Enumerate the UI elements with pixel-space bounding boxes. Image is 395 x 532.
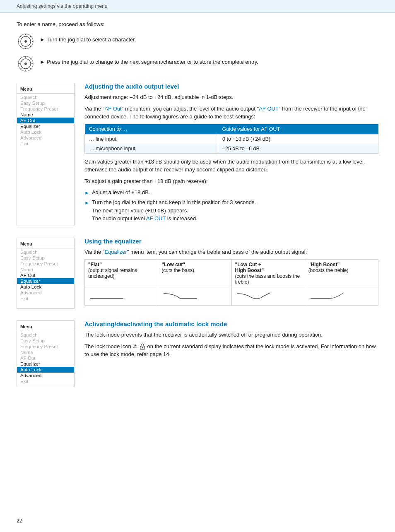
af-table-header-connection: Connection to … — [85, 124, 218, 135]
menu-item-auto-lock-3: Auto Lock — [17, 367, 74, 373]
menu-item-af-out-3: AF Out — [17, 355, 74, 361]
menu-item-equalizer-1: Equalizer — [17, 123, 74, 129]
section-content-auto-lock: Activating/deactivating the automatic lo… — [84, 320, 378, 387]
menu-item-freq-preset-3: Frequency Preset — [17, 344, 74, 349]
section-equalizer: Menu Squelch Easy Setup Frequency Preset… — [17, 238, 378, 309]
svg-point-9 — [18, 41, 19, 42]
af-out-bullet-text-2: Turn the jog dial to the right and keep … — [92, 198, 256, 223]
svg-point-4 — [30, 36, 31, 37]
menu-item-equalizer-3: Equalizer — [17, 361, 74, 367]
menu-item-easy-setup-1: Easy Setup — [17, 100, 74, 106]
eq-col-low-cut: "Low cut" (cuts the bass) — [158, 260, 231, 287]
menu-item-freq-preset-2: Frequency Preset — [17, 261, 74, 267]
eq-table-row-headers: "Flat" (output signal remains unchanged)… — [85, 260, 378, 287]
eq-curve-low-cut-cell — [158, 287, 231, 306]
menu-title-1: Menu — [17, 86, 74, 94]
menu-item-advanced-3: Advanced — [17, 373, 74, 378]
jog-dial-turn-icon — [17, 32, 35, 51]
menu-item-exit-1: Exit — [17, 141, 74, 147]
svg-point-8 — [20, 46, 22, 47]
svg-point-5 — [32, 41, 34, 42]
eq-low-cut-desc: (cuts the bass) — [161, 267, 194, 273]
menu-item-name-3: Name — [17, 349, 74, 355]
svg-point-10 — [20, 36, 22, 37]
menu-item-auto-lock-1: Auto Lock — [17, 129, 74, 135]
af-table-row-1: … line input 0 to +18 dB (+24 dB) — [85, 134, 378, 144]
instruction-text-1: ► Turn the jog dial to select a characte… — [40, 32, 136, 43]
svg-point-24 — [142, 347, 143, 349]
eq-col-flat: "Flat" (output signal remains unchanged) — [85, 260, 158, 287]
menu-box-auto-lock: Menu Squelch Easy Setup Frequency Preset… — [17, 320, 75, 387]
menu-item-advanced-2: Advanced — [17, 290, 74, 296]
af-table-row-2: … microphone input –25 dB to –6 dB — [85, 144, 378, 153]
page-content: To enter a name, proceed as follows: — [0, 13, 395, 407]
af-out-range-text: Adjustment range: –24 dB to +24 dB, adju… — [84, 93, 378, 101]
equalizer-desc-text: Via the "Equalizer" menu item, you can c… — [84, 248, 378, 256]
bullet-arrow-1: ► — [84, 189, 89, 197]
menu-item-squelch-1: Squelch — [17, 94, 74, 100]
menu-item-advanced-1: Advanced — [17, 135, 74, 141]
svg-line-21 — [20, 68, 22, 70]
af-out-bullet-2: ► Turn the jog dial to the right and kee… — [84, 198, 378, 223]
eq-flat-desc: (output signal remains unchanged) — [88, 267, 137, 279]
af-out-table: Connection to … Guide values for AF OUT … — [84, 124, 378, 154]
menu-item-easy-setup-3: Easy Setup — [17, 338, 74, 344]
menu-item-af-out-1: AF Out — [17, 118, 74, 123]
eq-low-cut-label: "Low cut" — [161, 262, 185, 267]
eq-high-boost-label: "High Boost" — [308, 262, 340, 267]
menu-title-3: Menu — [17, 323, 74, 331]
lock-icon — [139, 343, 146, 350]
menu-item-equalizer-2: Equalizer — [17, 278, 74, 284]
section-heading-af-out: Adjusting the audio output level — [84, 83, 378, 90]
page-header: Adjusting settings via the operating men… — [0, 0, 395, 13]
section-heading-auto-lock: Activating/deactivating the automatic lo… — [84, 320, 378, 327]
eq-curve-low-cut-icon — [161, 289, 199, 302]
eq-curve-high-boost-icon — [308, 289, 346, 302]
menu-item-name-2: Name — [17, 267, 74, 272]
svg-line-19 — [30, 68, 31, 70]
eq-curve-lchb-icon — [235, 289, 272, 302]
svg-point-13 — [24, 63, 27, 65]
svg-point-6 — [30, 46, 31, 47]
menu-item-auto-lock-2: Auto Lock — [17, 284, 74, 290]
af-out-bullet-text-1: Adjust a level of +18 dB. — [92, 188, 150, 197]
menu-title-2: Menu — [17, 241, 74, 248]
header-text: Adjusting settings via the operating men… — [17, 3, 107, 9]
af-table-cell-guide-1: 0 to +18 dB (+24 dB) — [218, 134, 378, 144]
menu-box-af-out: Menu Squelch Easy Setup Frequency Preset… — [17, 83, 75, 226]
menu-item-squelch-2: Squelch — [17, 249, 74, 255]
af-table-cell-guide-2: –25 dB to –6 dB — [218, 144, 378, 153]
page-number: 22 — [17, 518, 22, 524]
section-af-out: Menu Squelch Easy Setup Frequency Preset… — [17, 83, 378, 226]
menu-item-squelch-3: Squelch — [17, 332, 74, 338]
eq-curve-high-boost-cell — [305, 287, 378, 306]
auto-lock-desc-text: The lock mode prevents that the receiver… — [84, 331, 378, 339]
eq-col-low-cut-high-boost: "Low Cut +High Boost" (cuts the bass and… — [231, 260, 305, 287]
svg-point-7 — [25, 48, 26, 49]
instruction-row-2: ► Press the jog dial to change to the ne… — [17, 55, 378, 73]
menu-item-exit-2: Exit — [17, 296, 74, 301]
af-out-bullet-1: ► Adjust a level of +18 dB. — [84, 188, 378, 197]
af-table-cell-connection-1: … line input — [85, 134, 218, 144]
section-auto-lock: Menu Squelch Easy Setup Frequency Preset… — [17, 320, 378, 387]
svg-line-18 — [20, 58, 22, 60]
instruction-row-1: ► Turn the jog dial to select a characte… — [17, 32, 378, 51]
eq-table-row-curves — [85, 287, 378, 306]
eq-lchb-desc: (cuts the bass and boosts the treble) — [235, 273, 300, 285]
menu-item-af-out-2: AF Out — [17, 272, 74, 278]
eq-flat-label: "Flat" — [88, 262, 102, 267]
bullet-arrow-2: ► — [84, 199, 89, 207]
af-out-bullet-list: ► Adjust a level of +18 dB. ► Turn the j… — [84, 188, 378, 223]
instruction-text-2: ► Press the jog dial to change to the ne… — [40, 55, 258, 65]
menu-item-freq-preset-1: Frequency Preset — [17, 106, 74, 112]
eq-curve-lchb-cell — [231, 287, 305, 306]
section-content-equalizer: Using the equalizer Via the "Equalizer" … — [84, 238, 378, 309]
section-content-af-out: Adjusting the audio output level Adjustm… — [84, 83, 378, 226]
menu-item-easy-setup-2: Easy Setup — [17, 255, 74, 261]
intro-block: To enter a name, proceed as follows: — [17, 21, 378, 73]
eq-curve-flat-icon — [88, 289, 125, 302]
af-table-cell-connection-2: … microphone input — [85, 144, 218, 153]
equalizer-table: "Flat" (output signal remains unchanged)… — [84, 259, 378, 306]
auto-lock-icon-text: The lock mode icon ② on the current stan… — [84, 342, 378, 359]
eq-high-boost-desc: (boosts the treble) — [308, 267, 349, 273]
